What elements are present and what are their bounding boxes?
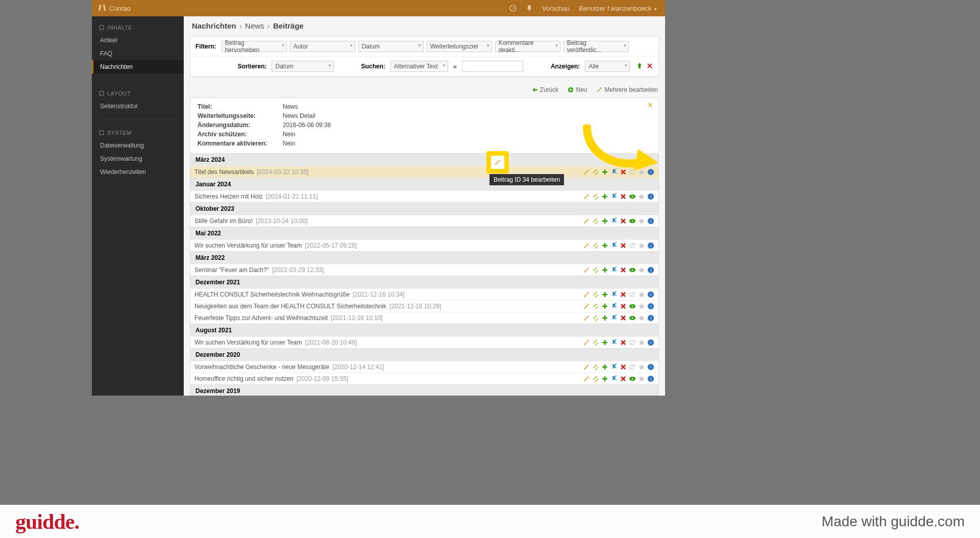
- info-icon[interactable]: i: [647, 339, 654, 346]
- back-link[interactable]: Zurück: [532, 86, 559, 93]
- cut-icon[interactable]: [610, 193, 618, 200]
- edit-icon[interactable]: [583, 363, 590, 371]
- toggle-publish-icon[interactable]: [629, 339, 636, 346]
- toggle-publish-icon[interactable]: [629, 291, 636, 298]
- edit-icon[interactable]: [583, 375, 590, 382]
- search-input[interactable]: [462, 61, 523, 72]
- edit-icon[interactable]: [583, 242, 590, 249]
- toggle-publish-icon[interactable]: [629, 217, 636, 225]
- filter-date[interactable]: Datum: [358, 41, 424, 52]
- sidebar-item[interactable]: Dateiverwaltung: [92, 139, 184, 152]
- bulk-edit-link[interactable]: Mehrere bearbeiten: [596, 86, 658, 93]
- filter-comments[interactable]: Kommentare deakti...: [495, 41, 560, 52]
- info-icon[interactable]: i: [647, 217, 654, 225]
- delete-icon[interactable]: [620, 266, 627, 274]
- filter-redirect[interactable]: Weiterleitungsziel: [427, 41, 492, 52]
- info-icon[interactable]: i: [647, 193, 654, 200]
- duplicate-icon[interactable]: [592, 339, 599, 346]
- cut-icon[interactable]: [610, 314, 618, 322]
- edit-icon[interactable]: [583, 303, 590, 310]
- feature-icon[interactable]: [638, 314, 645, 322]
- collapse-icon[interactable]: ✕: [647, 101, 653, 109]
- sidebar-item[interactable]: Systemwartung: [92, 152, 184, 165]
- new-icon[interactable]: [601, 339, 608, 346]
- sidebar-item[interactable]: Nachrichten: [92, 60, 184, 74]
- info-icon[interactable]: i: [647, 291, 654, 298]
- cut-icon[interactable]: [610, 303, 618, 310]
- sidebar-item[interactable]: FAQ: [92, 47, 184, 60]
- new-icon[interactable]: [601, 217, 608, 225]
- duplicate-icon[interactable]: [592, 314, 599, 322]
- sidebar-item[interactable]: Artikel: [92, 34, 184, 47]
- cut-icon[interactable]: [610, 242, 618, 249]
- delete-icon[interactable]: [620, 363, 627, 371]
- show-select[interactable]: Alle: [585, 61, 630, 72]
- edit-icon[interactable]: [583, 193, 590, 200]
- cut-icon[interactable]: [610, 363, 618, 371]
- sidebar-item[interactable]: Seitenstruktur: [92, 100, 184, 113]
- apply-icon[interactable]: [636, 62, 643, 71]
- filter-highlight[interactable]: Beitrag hervorheben: [222, 41, 287, 52]
- new-icon[interactable]: [601, 291, 608, 298]
- new-link[interactable]: Neu: [568, 86, 587, 93]
- new-icon[interactable]: [601, 193, 608, 200]
- new-icon[interactable]: [601, 375, 608, 382]
- feature-icon[interactable]: [638, 242, 645, 249]
- new-icon[interactable]: [601, 363, 608, 371]
- delete-icon[interactable]: [620, 217, 627, 225]
- feature-icon[interactable]: [638, 303, 645, 310]
- feature-icon[interactable]: [638, 266, 645, 274]
- info-icon[interactable]: i: [647, 314, 654, 322]
- toggle-publish-icon[interactable]: [629, 303, 636, 310]
- info-icon[interactable]: i: [647, 266, 654, 274]
- toggle-publish-icon[interactable]: [629, 193, 636, 200]
- filter-publish[interactable]: Beitrag veröffentlic...: [564, 41, 629, 52]
- duplicate-icon[interactable]: [592, 291, 599, 298]
- search-field-select[interactable]: Alternativer Text: [390, 61, 448, 72]
- info-icon[interactable]: i: [647, 375, 654, 382]
- bell-icon[interactable]: [526, 5, 533, 12]
- duplicate-icon[interactable]: [592, 303, 599, 310]
- delete-icon[interactable]: [620, 375, 627, 382]
- cut-icon[interactable]: [610, 291, 618, 298]
- delete-icon[interactable]: [620, 314, 627, 322]
- duplicate-icon[interactable]: [592, 217, 599, 225]
- edit-icon[interactable]: [583, 266, 590, 274]
- delete-icon[interactable]: [620, 193, 627, 200]
- help-icon[interactable]: ?: [509, 5, 517, 12]
- edit-icon[interactable]: [583, 291, 590, 298]
- duplicate-icon[interactable]: [592, 242, 599, 249]
- delete-icon[interactable]: [620, 339, 627, 346]
- filter-author[interactable]: Autor: [290, 41, 355, 52]
- feature-icon[interactable]: [638, 375, 645, 382]
- feature-icon[interactable]: [638, 339, 645, 346]
- cut-icon[interactable]: [610, 375, 618, 382]
- new-icon[interactable]: [601, 314, 608, 322]
- edit-icon[interactable]: [583, 217, 590, 225]
- sort-select[interactable]: Datum: [272, 61, 333, 72]
- user-menu[interactable]: Benutzer f.wanzenboeck ▾: [579, 5, 657, 12]
- sidebar-item[interactable]: Wiederherstellen: [92, 165, 184, 179]
- reset-icon[interactable]: [646, 62, 653, 71]
- feature-icon[interactable]: [638, 217, 645, 225]
- duplicate-icon[interactable]: [592, 193, 599, 200]
- toggle-publish-icon[interactable]: [629, 363, 636, 371]
- duplicate-icon[interactable]: [592, 266, 599, 274]
- toggle-publish-icon[interactable]: [629, 266, 636, 274]
- cut-icon[interactable]: [610, 339, 618, 346]
- new-icon[interactable]: [601, 303, 608, 310]
- feature-icon[interactable]: [638, 193, 645, 200]
- cut-icon[interactable]: [610, 266, 618, 274]
- preview-link[interactable]: Vorschau: [542, 5, 570, 12]
- info-icon[interactable]: i: [647, 242, 654, 249]
- new-icon[interactable]: [601, 266, 608, 274]
- edit-icon[interactable]: [583, 314, 590, 322]
- toggle-publish-icon[interactable]: [629, 375, 636, 382]
- info-icon[interactable]: i: [647, 303, 654, 310]
- feature-icon[interactable]: [638, 291, 645, 298]
- delete-icon[interactable]: [620, 303, 627, 310]
- new-icon[interactable]: [601, 242, 608, 249]
- toggle-publish-icon[interactable]: [629, 242, 636, 249]
- cut-icon[interactable]: [610, 217, 618, 225]
- feature-icon[interactable]: [638, 363, 645, 371]
